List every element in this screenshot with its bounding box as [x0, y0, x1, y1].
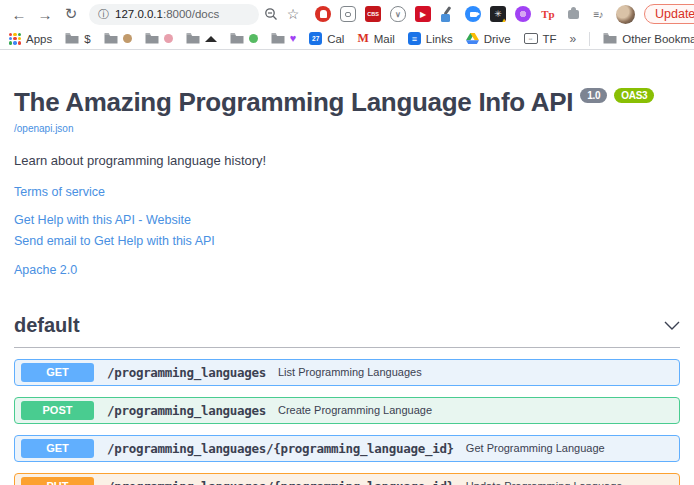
- endpoint-summary: Get Programming Language: [466, 442, 605, 454]
- bookmark-tf[interactable]: ▫▫ TF: [524, 33, 557, 45]
- other-bookmarks[interactable]: Other Bookmarks: [603, 33, 694, 45]
- folder-icon: [230, 33, 244, 44]
- browser-toolbar: ← → ↻ ⓘ 127.0.0.1:8000/docs ☆ CBS ∨ ▶ ✳▲…: [0, 0, 694, 28]
- tp-extension-icon[interactable]: Tp: [540, 6, 556, 22]
- bookmarks-divider: [589, 32, 590, 46]
- endpoint-path: /programming_languages: [107, 403, 266, 418]
- folder-icon: [603, 33, 617, 44]
- leaf-emoji: [249, 34, 258, 43]
- bookmark-folder-horse[interactable]: [104, 33, 132, 44]
- bookmarks-bar: Apps $ ♥ 27 Cal M Mail ≡ Links Drive: [0, 28, 694, 50]
- apps-label: Apps: [26, 33, 52, 45]
- apps-grid-icon: [9, 33, 21, 45]
- endpoint-summary: List Programming Languages: [278, 366, 422, 378]
- warning-icon: ▲: [501, 17, 507, 23]
- chevron-down-icon[interactable]: [664, 321, 680, 330]
- apps-shortcut[interactable]: Apps: [9, 33, 52, 45]
- color-picker-extension-icon[interactable]: [440, 6, 456, 22]
- contact-email-link[interactable]: Send email to Get Help with this API: [14, 233, 215, 249]
- reload-button[interactable]: ↻: [59, 2, 83, 26]
- terms-of-service-link[interactable]: Terms of service: [14, 185, 105, 199]
- gmail-icon: M: [357, 31, 368, 46]
- endpoint-row-update-language[interactable]: PUT /programming_languages/{programming_…: [14, 473, 680, 485]
- cbs-extension-icon[interactable]: CBS: [365, 6, 381, 22]
- bookmark-folder-graduation[interactable]: [186, 33, 217, 44]
- purple-heart-emoji: ♥: [290, 33, 297, 44]
- endpoint-row-get-language[interactable]: GET /programming_languages/{programming_…: [14, 435, 680, 462]
- pocket-extension-icon[interactable]: ∨: [390, 6, 406, 22]
- bookmark-folder-dollar[interactable]: $: [65, 33, 90, 45]
- links-icon: ≡: [408, 32, 421, 45]
- method-badge-put: PUT: [21, 477, 94, 485]
- bookmarks-overflow-chevron[interactable]: »: [570, 32, 577, 46]
- extension-icons: CBS ∨ ▶ ✳▲ Tp ≡♪: [315, 6, 606, 22]
- page-title: The Amazing Programming Language Info AP…: [14, 87, 680, 118]
- bookmark-folder-heart[interactable]: ♥: [271, 33, 297, 44]
- update-menu-button[interactable]: Update ⋮: [644, 4, 694, 24]
- folder-icon: [65, 33, 79, 44]
- site-info-icon[interactable]: ⓘ: [98, 9, 109, 20]
- folder-icon: [145, 33, 159, 44]
- diamond-arrow-extension-icon[interactable]: ▶: [415, 6, 431, 22]
- flower-extension-icon[interactable]: [515, 6, 531, 22]
- folder-icon: [186, 33, 200, 44]
- bookmark-folder-leaf[interactable]: [230, 33, 258, 44]
- tag-section-header[interactable]: default: [14, 314, 680, 348]
- oas3-badge: OAS3: [614, 88, 654, 103]
- endpoint-row-create-language[interactable]: POST /programming_languages Create Progr…: [14, 397, 680, 424]
- swagger-page: The Amazing Programming Language Info AP…: [0, 87, 694, 485]
- license-link[interactable]: Apache 2.0: [14, 263, 77, 277]
- bookmark-drive[interactable]: Drive: [466, 33, 511, 45]
- endpoint-path: /programming_languages/{programming_lang…: [107, 441, 454, 456]
- zoom-out-icon[interactable]: [261, 4, 281, 24]
- bookmark-cal[interactable]: 27 Cal: [309, 32, 344, 45]
- url-text: 127.0.0.1:8000/docs: [115, 8, 219, 20]
- method-badge-get: GET: [21, 363, 94, 382]
- openapi-spec-link[interactable]: /openapi.json: [14, 123, 74, 134]
- zoom-meeting-extension-icon[interactable]: [465, 6, 481, 22]
- calendar-icon: 27: [309, 32, 322, 45]
- forward-button[interactable]: →: [33, 2, 57, 26]
- contact-website-link[interactable]: Get Help with this API - Website: [14, 212, 191, 228]
- method-badge-post: POST: [21, 401, 94, 420]
- tag-section-title: default: [14, 314, 80, 337]
- bookmark-mail[interactable]: M Mail: [357, 31, 394, 46]
- version-badge: 1.0: [580, 88, 607, 103]
- settings-warning-extension-icon[interactable]: ✳▲: [490, 6, 506, 22]
- endpoint-row-list-languages[interactable]: GET /programming_languages List Programm…: [14, 359, 680, 386]
- google-drive-icon: [466, 33, 479, 44]
- brain-emoji: [164, 34, 173, 43]
- endpoint-path: /programming_languages/{programming_lang…: [107, 479, 454, 485]
- folder-icon: [104, 33, 118, 44]
- bookmark-links[interactable]: ≡ Links: [408, 32, 453, 45]
- address-bar[interactable]: ⓘ 127.0.0.1:8000/docs: [89, 4, 259, 25]
- back-button[interactable]: ←: [7, 2, 31, 26]
- graduation-cap-emoji: [205, 36, 217, 42]
- api-description: Learn about programming language history…: [14, 153, 680, 168]
- chat-extension-icon[interactable]: [340, 6, 356, 22]
- playlist-extension-icon[interactable]: ≡♪: [590, 6, 606, 22]
- profile-avatar[interactable]: [616, 5, 635, 24]
- adblock-extension-icon[interactable]: [315, 6, 331, 22]
- horse-emoji: [123, 34, 132, 43]
- endpoint-summary: Create Programming Language: [278, 404, 432, 416]
- endpoint-path: /programming_languages: [107, 365, 266, 380]
- bookmark-folder-brain[interactable]: [145, 33, 173, 44]
- method-badge-get: GET: [21, 439, 94, 458]
- folder-icon: [271, 33, 285, 44]
- tf-icon: ▫▫: [524, 33, 538, 44]
- bookmark-star-icon[interactable]: ☆: [283, 4, 303, 24]
- puzzle-extensions-menu-icon[interactable]: [565, 6, 581, 22]
- endpoint-summary: Update Programming Language: [466, 480, 623, 485]
